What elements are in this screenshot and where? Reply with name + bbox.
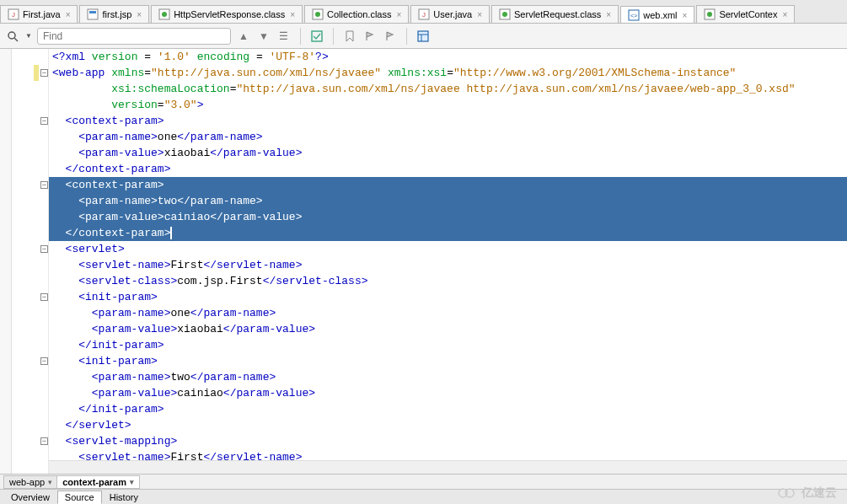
jsp-file-icon bbox=[87, 8, 99, 20]
tab-label: Collection.class bbox=[327, 9, 391, 19]
code-line[interactable]: <param-name>two</param-name> bbox=[49, 193, 847, 209]
close-icon[interactable]: × bbox=[396, 10, 401, 19]
close-icon[interactable]: × bbox=[782, 10, 787, 19]
editor-tabbar: JFirst.java×first.jsp×HttpServletRespons… bbox=[0, 0, 847, 24]
bookmark-icon[interactable] bbox=[342, 29, 357, 44]
flag-prev-icon[interactable] bbox=[362, 29, 378, 44]
search-icon[interactable] bbox=[5, 29, 20, 44]
code-line[interactable]: xsi:schemaLocation="http://java.sun.com/… bbox=[49, 81, 847, 97]
editor-tab[interactable]: HttpServletResponse.class× bbox=[151, 5, 303, 23]
find-highlight-button[interactable]: ☰ bbox=[276, 29, 292, 44]
code-line[interactable]: <?xml version = '1.0' encoding = 'UTF-8'… bbox=[49, 49, 847, 65]
code-area[interactable]: <?xml version = '1.0' encoding = 'UTF-8'… bbox=[49, 49, 847, 474]
code-line[interactable]: <context-param> bbox=[49, 177, 847, 193]
code-line[interactable]: <servlet> bbox=[49, 241, 847, 257]
close-icon[interactable]: × bbox=[137, 10, 142, 19]
fold-toggle[interactable]: − bbox=[40, 293, 48, 301]
watermark: 亿速云 bbox=[778, 485, 837, 501]
code-line[interactable]: <context-param> bbox=[49, 113, 847, 129]
breadcrumb-item[interactable]: web-app▾ bbox=[3, 475, 58, 489]
code-line[interactable]: <param-name>one</param-name> bbox=[49, 305, 847, 321]
java-file-icon: J bbox=[418, 8, 430, 20]
svg-point-5 bbox=[162, 12, 167, 17]
separator bbox=[333, 28, 334, 45]
close-icon[interactable]: × bbox=[477, 10, 482, 19]
editor-tab[interactable]: Collection.class× bbox=[304, 5, 409, 23]
editor-tab[interactable]: ServletContex× bbox=[696, 5, 795, 23]
view-tab-overview[interactable]: Overview bbox=[3, 491, 57, 504]
separator bbox=[406, 28, 407, 45]
code-line[interactable]: <web-app xmlns="http://java.sun.com/xml/… bbox=[49, 65, 847, 81]
svg-line-17 bbox=[14, 38, 18, 41]
close-icon[interactable]: × bbox=[66, 10, 71, 19]
code-editor[interactable]: −−−−−−− <?xml version = '1.0' encoding =… bbox=[0, 49, 847, 474]
code-line[interactable]: <param-name>two</param-name> bbox=[49, 369, 847, 385]
code-line[interactable]: <init-param> bbox=[49, 289, 847, 305]
code-line[interactable]: <param-name>one</param-name> bbox=[49, 129, 847, 145]
tab-label: First.java bbox=[23, 9, 61, 19]
find-next-button[interactable]: ▼ bbox=[256, 29, 271, 44]
editor-tab[interactable]: JFirst.java× bbox=[0, 5, 78, 23]
code-line[interactable]: <param-value>cainiao</param-value> bbox=[49, 385, 847, 401]
code-line[interactable]: version="3.0"> bbox=[49, 97, 847, 113]
flag-next-icon[interactable] bbox=[383, 29, 398, 44]
editor-tab[interactable]: <>web.xml× bbox=[620, 6, 694, 24]
horizontal-scrollbar[interactable] bbox=[49, 460, 847, 474]
fold-toggle[interactable]: − bbox=[40, 437, 48, 445]
svg-text:J: J bbox=[12, 11, 15, 19]
code-line[interactable]: <servlet-class>com.jsp.First</servlet-cl… bbox=[49, 273, 847, 289]
separator bbox=[300, 28, 301, 45]
svg-rect-18 bbox=[312, 31, 322, 41]
designer-icon[interactable] bbox=[415, 29, 431, 44]
navigator-breadcrumb: web-app▾context-param▾ bbox=[0, 474, 847, 489]
breadcrumb-label: web-app bbox=[9, 477, 45, 487]
code-line[interactable]: <param-value>xiaobai</param-value> bbox=[49, 321, 847, 337]
close-icon[interactable]: × bbox=[290, 10, 295, 19]
class-file-icon bbox=[158, 8, 170, 20]
xml-file-icon: <> bbox=[628, 9, 640, 21]
tab-label: ServletContex bbox=[719, 9, 777, 19]
code-line[interactable]: </context-param> bbox=[49, 161, 847, 177]
watermark-text: 亿速云 bbox=[801, 485, 837, 501]
code-line[interactable]: </servlet> bbox=[49, 417, 847, 433]
code-line[interactable]: <init-param> bbox=[49, 353, 847, 369]
code-line[interactable]: <servlet-mapping> bbox=[49, 433, 847, 449]
fold-toggle[interactable]: − bbox=[40, 69, 48, 77]
fold-toggle[interactable]: − bbox=[40, 357, 48, 365]
fold-toggle[interactable]: − bbox=[40, 245, 48, 253]
close-icon[interactable]: × bbox=[606, 10, 611, 19]
tab-label: ServletRequest.class bbox=[514, 9, 601, 19]
validate-button[interactable] bbox=[309, 29, 324, 44]
tab-label: HttpServletResponse.class bbox=[174, 9, 285, 19]
chevron-down-icon: ▾ bbox=[48, 478, 52, 486]
breadcrumb-item[interactable]: context-param▾ bbox=[56, 475, 140, 489]
class-file-icon bbox=[312, 8, 324, 20]
code-line[interactable]: <param-value>xiaobai</param-value> bbox=[49, 145, 847, 161]
breadcrumb-label: context-param bbox=[62, 477, 126, 487]
find-dropdown-icon[interactable]: ▼ bbox=[25, 32, 32, 40]
svg-point-7 bbox=[315, 12, 320, 17]
tab-label: first.jsp bbox=[102, 9, 131, 19]
editor-view-tabs: OverviewSourceHistory 亿速云 bbox=[0, 489, 847, 504]
code-line[interactable]: </init-param> bbox=[49, 401, 847, 417]
editor-tab[interactable]: ServletRequest.class× bbox=[491, 5, 619, 23]
code-line[interactable]: </init-param> bbox=[49, 337, 847, 353]
java-file-icon: J bbox=[8, 8, 19, 20]
editor-tab[interactable]: JUser.java× bbox=[410, 5, 490, 23]
view-tab-history[interactable]: History bbox=[102, 491, 146, 504]
change-marker bbox=[34, 65, 39, 81]
svg-text:J: J bbox=[422, 11, 426, 19]
svg-point-11 bbox=[502, 12, 507, 17]
fold-toggle[interactable]: − bbox=[40, 181, 48, 189]
code-line[interactable]: <servlet-name>First</servlet-name> bbox=[49, 257, 847, 273]
find-input[interactable] bbox=[37, 28, 231, 45]
find-toolbar: ▼ ▲ ▼ ☰ bbox=[0, 24, 847, 49]
find-prev-button[interactable]: ▲ bbox=[236, 29, 251, 44]
view-tab-source[interactable]: Source bbox=[57, 491, 102, 504]
code-line[interactable]: </context-param> bbox=[49, 225, 847, 241]
editor-tab[interactable]: first.jsp× bbox=[79, 5, 149, 23]
close-icon[interactable]: × bbox=[683, 11, 688, 20]
svg-rect-3 bbox=[89, 11, 96, 13]
fold-toggle[interactable]: − bbox=[40, 117, 48, 125]
code-line[interactable]: <param-value>cainiao</param-value> bbox=[49, 209, 847, 225]
